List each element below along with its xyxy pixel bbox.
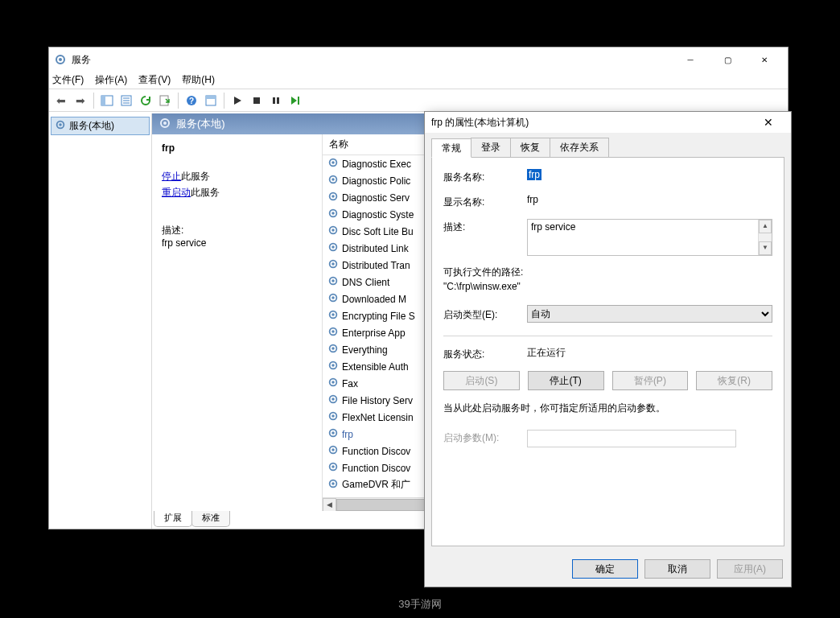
refresh-button[interactable] [137,92,154,109]
scroll-down-button[interactable]: ▼ [759,241,772,255]
maximize-button[interactable]: ▢ [709,47,746,72]
service-name: File History Serv [342,395,413,406]
description-box[interactable]: frp service ▲ ▼ [527,219,772,256]
description-scrollbar[interactable]: ▲ ▼ [758,220,772,255]
value-description: frp service [531,221,575,233]
svg-point-58 [331,465,335,468]
scroll-up-button[interactable]: ▲ [759,220,772,233]
main-header-label: 服务(本地) [176,117,225,131]
pause-service-button[interactable] [267,92,285,109]
gear-icon [327,410,339,424]
service-name: Downloaded M [342,294,406,305]
menu-view[interactable]: 查看(V) [138,73,171,87]
service-name: Diagnostic Serv [342,192,410,204]
tab-general[interactable]: 常规 [431,138,471,158]
dialog-title: frp 的属性(本地计算机) [431,116,752,130]
svg-point-18 [59,123,62,126]
stop-button[interactable]: 停止(T) [528,371,604,390]
menubar: 文件(F) 操作(A) 查看(V) 帮助(H) [49,72,788,89]
service-name: FlexNet Licensin [342,412,414,423]
detail-desc-label: 描述: [162,224,312,237]
stop-service-button[interactable] [248,92,266,109]
help-button[interactable]: ? [183,92,200,109]
value-service-status: 正在运行 [527,346,772,360]
svg-point-40 [331,313,335,316]
restart-service-button[interactable] [286,92,304,109]
svg-point-46 [331,364,335,367]
svg-point-24 [331,178,335,181]
svg-point-42 [331,330,335,333]
svg-point-28 [331,212,335,215]
svg-rect-13 [253,97,260,104]
service-name: Diagnostic Exec [342,159,411,170]
svg-point-38 [331,296,335,299]
svg-rect-12 [206,96,216,99]
show-hide-tree-button[interactable] [98,92,116,109]
value-exe-path: "C:\frp\winsw.exe" [443,281,772,292]
cancel-button[interactable]: 取消 [644,559,710,579]
service-name: frp [342,429,353,440]
value-display-name: frp [527,194,772,205]
resume-button: 恢复(R) [696,371,772,390]
back-button[interactable]: ⬅ [52,92,70,109]
start-params-hint: 当从此处启动服务时，你可指定所适用的启动参数。 [443,402,772,415]
service-properties-dialog: frp 的属性(本地计算机) ✕ 常规 登录 恢复 依存关系 服务名称: frp… [424,111,792,587]
label-startup-type: 启动类型(E): [443,307,517,322]
toolbar: ⬅ ➡ ? [49,89,788,112]
tree-root-node[interactable]: 服务(本地) [51,117,150,135]
label-description: 描述: [443,219,517,234]
scroll-left-button[interactable]: ◀ [323,498,336,512]
restart-link[interactable]: 重启动 [162,187,191,198]
filter-button[interactable] [202,92,220,109]
tab-standard[interactable]: 标准 [191,511,230,527]
close-button[interactable]: ✕ [746,47,783,72]
svg-rect-14 [273,97,275,104]
gear-icon [327,258,339,272]
svg-rect-16 [298,97,299,105]
pane-tabs: 扩展 标准 [154,511,229,527]
menu-help[interactable]: 帮助(H) [182,73,215,87]
service-name: Everything [342,344,388,356]
tab-extended[interactable]: 扩展 [154,511,192,527]
tab-deps[interactable]: 依存关系 [550,138,609,157]
service-name: Diagnostic Syste [342,209,414,220]
gear-icon [327,174,339,187]
start-params-input [527,430,736,447]
startup-type-select[interactable]: 自动 [527,305,772,323]
tab-logon[interactable]: 登录 [471,138,511,157]
dialog-tabs: 常规 登录 恢复 依存关系 [431,138,784,157]
forward-button[interactable]: ➡ [72,92,89,109]
start-service-button[interactable] [229,92,246,109]
svg-point-44 [331,347,335,350]
ok-button[interactable]: 确定 [572,559,638,579]
menu-file[interactable]: 文件(F) [52,73,84,87]
properties-button[interactable] [117,92,135,109]
gear-icon [54,53,67,66]
service-name: Distributed Tran [342,260,410,271]
svg-point-32 [331,245,335,249]
start-button: 启动(S) [443,371,520,390]
service-name: Distributed Link [342,243,409,254]
svg-point-36 [331,279,335,282]
svg-point-20 [163,122,167,125]
menu-action[interactable]: 操作(A) [95,73,127,87]
window-title: 服务 [72,53,91,67]
gear-icon [327,444,339,458]
gear-icon [327,427,339,441]
gear-icon [55,119,66,133]
svg-point-54 [331,431,335,435]
value-service-name[interactable]: frp [527,169,541,180]
gear-icon [327,292,339,306]
gear-icon [327,377,339,390]
stop-link[interactable]: 停止 [162,171,181,182]
export-button[interactable] [156,92,174,109]
gear-icon [327,225,339,238]
label-start-params: 启动参数(M): [443,430,517,445]
minimize-button[interactable]: ─ [672,47,709,72]
dialog-close-button[interactable]: ✕ [752,116,784,129]
svg-point-56 [331,448,335,451]
dialog-button-row: 确定 取消 应用(A) [572,559,783,579]
gear-icon [159,117,171,132]
tab-recovery[interactable]: 恢复 [510,138,550,157]
gear-icon [327,326,339,340]
